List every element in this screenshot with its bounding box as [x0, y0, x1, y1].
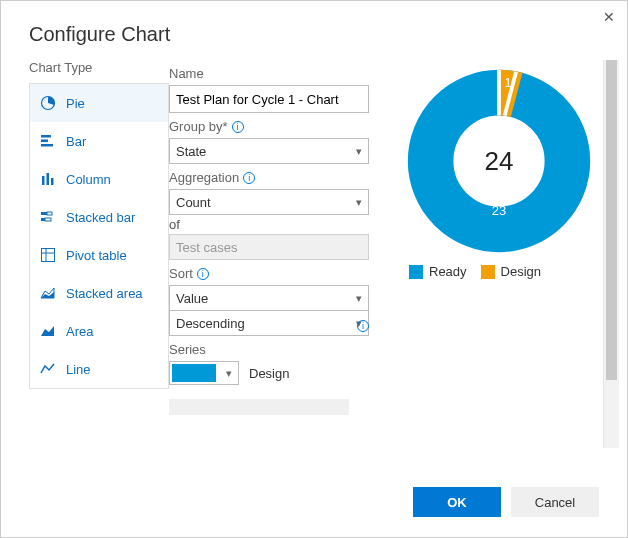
chart-type-stacked-area[interactable]: Stacked area [30, 274, 168, 312]
bar-icon [40, 133, 56, 149]
aggregation-value: Count [176, 195, 211, 210]
chart-type-label-line: Line [66, 362, 91, 377]
legend-swatch-design [481, 265, 495, 279]
chart-type-line[interactable]: Line [30, 350, 168, 388]
svg-rect-10 [45, 218, 51, 221]
chart-type-stacked-bar[interactable]: Stacked bar [30, 198, 168, 236]
chart-type-label-stacked-area: Stacked area [66, 286, 143, 301]
info-icon[interactable]: i [232, 121, 244, 133]
legend-item-ready: Ready [409, 264, 467, 279]
scrollbar[interactable] [603, 60, 619, 448]
chart-type-label-stacked-bar: Stacked bar [66, 210, 135, 225]
close-icon[interactable]: ✕ [603, 9, 615, 25]
chart-type-label-column: Column [66, 172, 111, 187]
series-placeholder [169, 399, 349, 415]
chevron-down-icon: ▾ [226, 367, 232, 380]
svg-rect-1 [41, 135, 51, 138]
series-label: Series [169, 342, 206, 357]
aggregation-label: Aggregation [169, 170, 239, 185]
svg-rect-9 [41, 218, 45, 221]
svg-rect-7 [41, 212, 47, 215]
of-label: of [169, 217, 379, 232]
chart-type-pie[interactable]: Pie [30, 84, 168, 122]
legend-swatch-ready [409, 265, 423, 279]
pivot-table-icon [40, 247, 56, 263]
chart-type-area[interactable]: Area [30, 312, 168, 350]
group-by-select[interactable]: State ▾ [169, 138, 369, 164]
chevron-down-icon: ▾ [356, 196, 362, 209]
info-icon[interactable]: i [243, 172, 255, 184]
chart-slice-design-label: 1 [505, 76, 512, 90]
sort-field-select[interactable]: Value ▾ [169, 285, 369, 311]
line-icon [40, 361, 56, 377]
area-icon [40, 323, 56, 339]
sort-direction-value: Descending [176, 316, 245, 331]
chart-type-list: Pie Bar Column Stacked bar [29, 83, 169, 389]
chevron-down-icon: ▾ [356, 292, 362, 305]
chart-preview: 24 23 1 [404, 66, 594, 256]
svg-rect-2 [41, 140, 48, 143]
chart-total: 24 [485, 146, 514, 177]
chart-type-label-area: Area [66, 324, 93, 339]
chevron-down-icon: ▾ [356, 145, 362, 158]
stacked-area-icon [40, 285, 56, 301]
sort-label: Sort [169, 266, 193, 281]
chart-type-column[interactable]: Column [30, 160, 168, 198]
series-color-swatch [172, 364, 216, 382]
svg-rect-11 [42, 249, 55, 262]
info-icon[interactable]: i [357, 320, 369, 332]
stacked-bar-icon [40, 209, 56, 225]
chart-type-label-pie: Pie [66, 96, 85, 111]
chart-legend: Ready Design [409, 264, 619, 279]
ok-button[interactable]: OK [413, 487, 501, 517]
chart-type-bar[interactable]: Bar [30, 122, 168, 160]
legend-label-design: Design [501, 264, 541, 279]
column-icon [40, 171, 56, 187]
series-value-label: Design [249, 366, 289, 381]
svg-rect-6 [51, 178, 54, 185]
group-by-value: State [176, 144, 206, 159]
chart-type-label-bar: Bar [66, 134, 86, 149]
cancel-button[interactable]: Cancel [511, 487, 599, 517]
legend-label-ready: Ready [429, 264, 467, 279]
svg-rect-4 [42, 176, 45, 185]
chart-type-label: Chart Type [29, 60, 169, 75]
aggregation-select[interactable]: Count ▾ [169, 189, 369, 215]
chart-type-pivot-table[interactable]: Pivot table [30, 236, 168, 274]
chart-slice-ready-label: 23 [492, 203, 506, 218]
svg-rect-8 [47, 212, 52, 215]
pie-icon [40, 95, 56, 111]
info-icon[interactable]: i [197, 268, 209, 280]
legend-item-design: Design [481, 264, 541, 279]
name-label: Name [169, 66, 379, 81]
of-field: Test cases [169, 234, 369, 260]
svg-rect-5 [47, 173, 50, 185]
sort-field-value: Value [176, 291, 208, 306]
dialog-title: Configure Chart [1, 1, 627, 60]
name-input[interactable] [169, 85, 369, 113]
svg-rect-3 [41, 144, 53, 147]
sort-direction-select[interactable]: Descending ▾ [169, 310, 369, 336]
scroll-thumb[interactable] [606, 60, 617, 380]
group-by-label: Group by* [169, 119, 228, 134]
chart-type-label-pivot-table: Pivot table [66, 248, 127, 263]
series-color-select[interactable]: ▾ [169, 361, 239, 385]
